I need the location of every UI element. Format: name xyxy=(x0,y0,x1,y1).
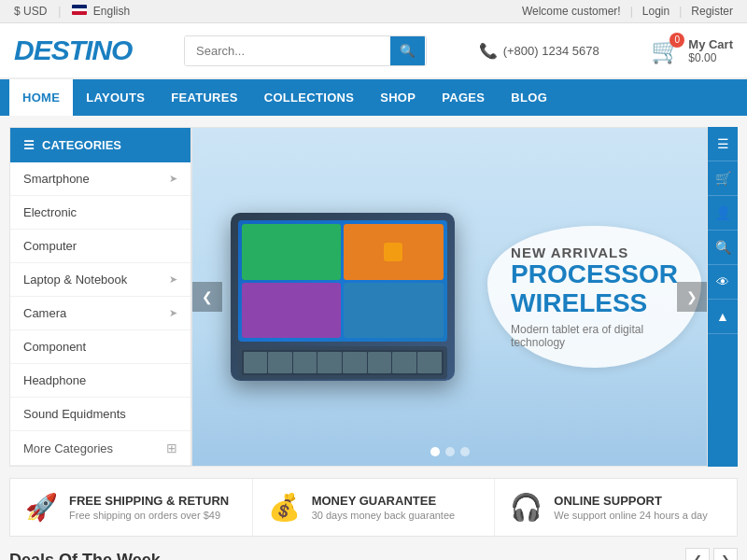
banner-content: NEW ARRIVALS PROCESSOR WIRELESS Modern t… xyxy=(192,128,707,466)
nav-item-blog[interactable]: BLOG xyxy=(498,79,560,116)
banner-description: Modern tablet era of digital technology xyxy=(511,323,678,349)
feature-shipping-title: FREE SHIPPING & RETURN xyxy=(69,494,229,508)
sidebar-item-component[interactable]: Component xyxy=(10,330,190,364)
currency-selector[interactable]: $ USD xyxy=(14,5,47,18)
search-sidebar-icon[interactable]: 🔍 xyxy=(708,231,738,265)
header: DESTINO 🔍 📞 (+800) 1234 5678 🛒 0 My Cart… xyxy=(0,23,747,79)
money-icon: 💰 xyxy=(268,492,301,523)
feature-money-desc: 30 days money back guarantee xyxy=(312,510,456,521)
cart-area[interactable]: 🛒 0 My Cart $0.00 xyxy=(651,36,733,65)
feature-money-title: MONEY GUARANTEE xyxy=(312,494,456,508)
search-icon: 🔍 xyxy=(400,44,416,58)
sidebar-item-laptop[interactable]: Laptop & Notebook ➤ xyxy=(10,263,190,297)
nav-item-home[interactable]: HOME xyxy=(9,79,73,116)
search-button[interactable]: 🔍 xyxy=(390,36,425,65)
sidebar: ☰ CATEGORIES Smartphone ➤ Electronic Com… xyxy=(9,127,191,467)
separator: | xyxy=(630,5,633,18)
deals-nav: ❮ ❯ xyxy=(685,548,738,560)
sidebar-item-computer[interactable]: Computer xyxy=(10,230,190,263)
sidebar-item-headphone[interactable]: Headphone xyxy=(10,364,190,398)
feature-support-title: ONLINE SUPPORT xyxy=(554,494,707,508)
banner-slider: NEW ARRIVALS PROCESSOR WIRELESS Modern t… xyxy=(191,127,708,467)
language-selector[interactable]: English xyxy=(72,5,130,18)
feature-shipping: 🚀 FREE SHIPPING & RETURN Free shipping o… xyxy=(10,479,253,536)
dot-3[interactable] xyxy=(460,447,470,456)
eye-icon[interactable]: 👁 xyxy=(708,265,738,300)
welcome-text: Welcome customer! xyxy=(522,5,621,18)
arrow-icon: ➤ xyxy=(169,173,177,185)
scroll-top-icon[interactable]: ▲ xyxy=(708,300,738,334)
plus-icon: ⊞ xyxy=(166,441,177,455)
flag-icon xyxy=(72,5,87,15)
menu-icon: ☰ xyxy=(23,138,35,152)
register-link[interactable]: Register xyxy=(691,5,733,18)
search-input[interactable] xyxy=(185,36,390,65)
nav-item-features[interactable]: FEATURES xyxy=(158,79,251,116)
main-content: ☰ CATEGORIES Smartphone ➤ Electronic Com… xyxy=(0,116,747,478)
banner-dots xyxy=(430,447,470,456)
banner-text: NEW ARRIVALS PROCESSOR WIRELESS Modern t… xyxy=(473,226,688,369)
tablet-screen xyxy=(238,220,447,342)
top-bar: $ USD | English Welcome customer! | Logi… xyxy=(0,0,747,23)
deals-prev-button[interactable]: ❮ xyxy=(685,548,710,560)
nav-item-pages[interactable]: PAGES xyxy=(429,79,498,116)
nav-item-layouts[interactable]: LAYOUTS xyxy=(73,79,158,116)
sidebar-title: CATEGORIES xyxy=(42,138,121,152)
phone-number: (+800) 1234 5678 xyxy=(503,44,599,58)
cart-total: $0.00 xyxy=(688,51,716,64)
sidebar-item-smartphone[interactable]: Smartphone ➤ xyxy=(10,162,190,196)
banner-bubble: NEW ARRIVALS PROCESSOR WIRELESS Modern t… xyxy=(487,226,701,369)
tablet-device xyxy=(231,213,455,381)
logo[interactable]: DESTINO xyxy=(14,35,132,66)
main-nav: HOME LAYOUTS FEATURES COLLECTIONS SHOP P… xyxy=(0,79,747,116)
support-icon: 🎧 xyxy=(510,492,543,523)
feature-support: 🎧 ONLINE SUPPORT We support online 24 ho… xyxy=(495,479,737,536)
banner-title: PROCESSOR WIRELESS xyxy=(511,260,678,318)
feature-support-desc: We support online 24 hours a day xyxy=(554,510,707,521)
separator: | xyxy=(58,5,61,18)
sidebar-header: ☰ CATEGORIES xyxy=(10,128,190,162)
sidebar-item-electronic[interactable]: Electronic xyxy=(10,196,190,230)
banner-prev-button[interactable]: ❮ xyxy=(192,282,222,312)
phone-icon: 📞 xyxy=(479,42,498,60)
separator: | xyxy=(679,5,682,18)
phone-info: 📞 (+800) 1234 5678 xyxy=(479,42,599,60)
user-icon[interactable]: 👤 xyxy=(708,196,738,231)
shipping-icon: 🚀 xyxy=(25,492,58,523)
dot-1[interactable] xyxy=(430,447,440,456)
deals-title: Deals Of The Week xyxy=(9,551,161,561)
deals-next-button[interactable]: ❯ xyxy=(713,548,738,560)
search-bar: 🔍 xyxy=(184,35,427,66)
banner-image xyxy=(211,213,473,381)
banner-subtitle: NEW ARRIVALS xyxy=(511,245,678,260)
feature-shipping-desc: Free shipping on orders over $49 xyxy=(69,510,229,521)
sidebar-item-sound[interactable]: Sound Equidments xyxy=(10,398,190,431)
nav-item-shop[interactable]: SHOP xyxy=(367,79,429,116)
sidebar-item-camera[interactable]: Camera ➤ xyxy=(10,297,190,330)
top-bar-right: Welcome customer! | Login | Register xyxy=(522,5,733,18)
right-sidebar: ☰ 🛒 👤 🔍 👁 ▲ xyxy=(708,127,738,467)
keyboard xyxy=(238,346,447,379)
cart-label: My Cart xyxy=(688,37,733,51)
features-bar: 🚀 FREE SHIPPING & RETURN Free shipping o… xyxy=(9,478,738,537)
cart-icon-wrap: 🛒 0 xyxy=(651,36,681,65)
sidebar-item-more[interactable]: More Categories ⊞ xyxy=(10,431,190,466)
login-link[interactable]: Login xyxy=(642,5,669,18)
arrow-icon: ➤ xyxy=(169,273,177,286)
banner-next-button[interactable]: ❯ xyxy=(677,282,707,312)
cart-sidebar-icon[interactable]: 🛒 xyxy=(708,161,738,196)
hamburger-icon[interactable]: ☰ xyxy=(708,127,738,161)
nav-item-collections[interactable]: COLLECTIONS xyxy=(251,79,367,116)
deals-header: Deals Of The Week ❮ ❯ xyxy=(9,548,738,560)
feature-money: 💰 MONEY GUARANTEE 30 days money back gua… xyxy=(253,479,496,536)
cart-text: My Cart $0.00 xyxy=(688,37,733,64)
deals-section: Deals Of The Week ❮ ❯ -15% HURRY UP! OFF… xyxy=(0,537,747,560)
dot-2[interactable] xyxy=(445,447,455,456)
arrow-icon: ➤ xyxy=(169,307,177,319)
top-bar-left: $ USD | English xyxy=(14,5,130,18)
cart-badge: 0 xyxy=(669,33,684,48)
